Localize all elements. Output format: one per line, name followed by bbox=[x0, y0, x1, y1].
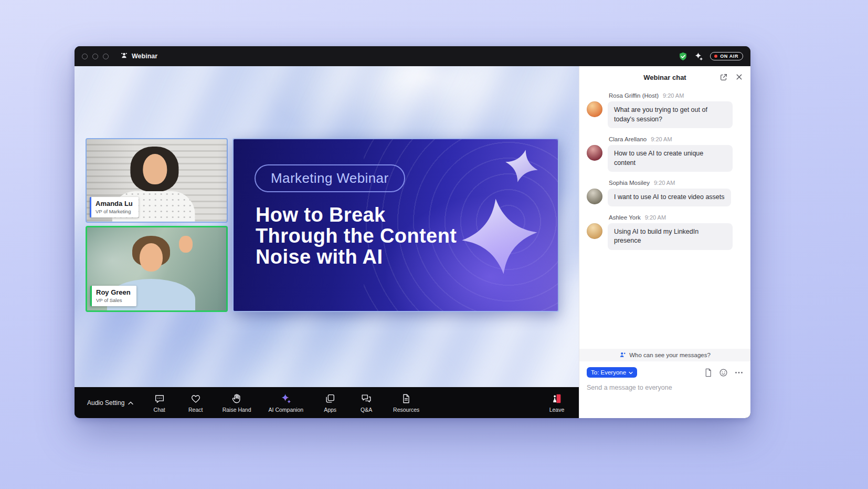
chat-message: Rosa Griffin (Host) 9:20 AM What are you… bbox=[587, 92, 742, 128]
message-sender: Sophia Mosiley bbox=[609, 180, 650, 186]
participant-name: Roy Green bbox=[96, 288, 131, 296]
resources-button[interactable]: Resources bbox=[393, 393, 419, 413]
toolbar-center: Chat React Raise Hand bbox=[150, 393, 420, 413]
slide-title-line: Noise with AI bbox=[256, 246, 457, 267]
chat-message: Sophia Mosiley 9:20 AM I want to use AI … bbox=[587, 180, 742, 206]
window-minimize-button[interactable] bbox=[92, 54, 98, 59]
message-time: 9:20 AM bbox=[663, 92, 684, 99]
chat-message: Clara Arellano 9:20 AM How to use AI to … bbox=[587, 136, 742, 172]
message-bubble: What are you trying to get out of today'… bbox=[608, 101, 733, 128]
message-input[interactable] bbox=[587, 384, 743, 391]
message-time: 9:20 AM bbox=[651, 136, 672, 142]
on-air-badge: ON AIR bbox=[710, 52, 743, 60]
audio-setting-label: Audio Setting bbox=[87, 399, 124, 407]
participant-name: Amanda Lu bbox=[96, 200, 133, 207]
message-sender: Ashlee York bbox=[609, 214, 641, 221]
window-close-button[interactable] bbox=[82, 54, 88, 59]
leave-button[interactable]: Leave bbox=[547, 393, 566, 413]
ai-sparkle-icon bbox=[280, 393, 292, 404]
chat-header: Webinar chat bbox=[579, 66, 750, 88]
message-sender: Rosa Griffin (Host) bbox=[609, 92, 659, 99]
document-icon bbox=[400, 393, 412, 404]
emoji-icon[interactable] bbox=[719, 368, 728, 377]
recipient-label: To: Everyone bbox=[591, 369, 626, 376]
chat-button[interactable]: Chat bbox=[150, 393, 169, 413]
meeting-toolbar: Audio Setting Chat bbox=[75, 387, 579, 418]
message-time: 9:20 AM bbox=[654, 180, 675, 186]
on-air-dot bbox=[714, 55, 717, 58]
message-bubble: I want to use AI to create video assets bbox=[608, 189, 731, 206]
attach-file-icon[interactable] bbox=[704, 368, 712, 377]
titlebar-right: ON AIR bbox=[679, 52, 743, 61]
window-zoom-button[interactable] bbox=[103, 54, 109, 59]
react-button[interactable]: React bbox=[186, 393, 205, 413]
chevron-down-icon bbox=[629, 369, 633, 376]
slide-title-line: Through the Content bbox=[256, 225, 457, 246]
visibility-notice: Who can see your messages? bbox=[579, 349, 750, 361]
qa-button[interactable]: Q&A bbox=[357, 393, 376, 413]
participant-tile-roy[interactable]: Roy Green VP of Sales bbox=[86, 226, 228, 312]
participant-role: VP of Sales bbox=[96, 297, 131, 303]
avatar bbox=[587, 189, 602, 204]
pop-out-icon[interactable] bbox=[719, 73, 728, 81]
security-shield-icon[interactable] bbox=[679, 52, 687, 61]
raised-hand-icon bbox=[231, 393, 242, 404]
chat-bubble-icon bbox=[154, 393, 165, 404]
slide-title-line: How to Break bbox=[256, 204, 457, 225]
ai-sparkle-icon[interactable] bbox=[694, 52, 703, 61]
message-bubble: Using AI to build my LinkedIn presence bbox=[608, 223, 733, 250]
more-options-icon[interactable] bbox=[735, 371, 743, 374]
app-title: Webinar bbox=[132, 53, 157, 60]
message-sender: Clara Arellano bbox=[609, 136, 647, 142]
raise-hand-button[interactable]: Raise Hand bbox=[223, 393, 251, 413]
message-time: 9:20 AM bbox=[645, 214, 666, 221]
slide-badge: Marketing Webinar bbox=[255, 164, 405, 192]
close-icon[interactable] bbox=[735, 73, 743, 81]
person-icon bbox=[619, 351, 626, 359]
chat-message: Ashlee York 9:20 AM Using AI to build my… bbox=[587, 214, 742, 250]
avatar bbox=[587, 145, 602, 161]
ai-companion-button[interactable]: AI Companion bbox=[269, 393, 304, 413]
apps-icon bbox=[324, 393, 336, 404]
compose-area: To: Everyone bbox=[579, 361, 750, 418]
audio-setting-button[interactable]: Audio Setting bbox=[87, 399, 133, 407]
heart-icon bbox=[190, 393, 202, 404]
slide-title: How to Break Through the Content Noise w… bbox=[256, 204, 457, 267]
message-bubble: How to use AI to create unique content bbox=[608, 145, 733, 172]
video-stage: Amanda Lu VP of Marketing Roy Green VP o… bbox=[75, 66, 579, 387]
apps-button[interactable]: Apps bbox=[321, 393, 340, 413]
webinar-window: Webinar ON AIR bbox=[75, 46, 750, 418]
participant-tile-amanda[interactable]: Amanda Lu VP of Marketing bbox=[86, 138, 228, 223]
recipient-selector[interactable]: To: Everyone bbox=[587, 367, 637, 378]
window-controls bbox=[82, 54, 109, 59]
leave-door-icon bbox=[551, 393, 563, 404]
avatar bbox=[587, 223, 602, 239]
participant-name-card: Roy Green VP of Sales bbox=[90, 286, 136, 306]
title-group: Webinar bbox=[120, 51, 157, 61]
presentation-slide: Marketing Webinar How to Break Through t… bbox=[232, 138, 559, 312]
chevron-up-icon bbox=[128, 399, 133, 407]
visibility-notice-text: Who can see your messages? bbox=[629, 352, 711, 358]
qa-bubbles-icon bbox=[361, 393, 372, 404]
webinar-icon bbox=[120, 51, 128, 61]
avatar bbox=[587, 101, 602, 117]
participant-role: VP of Marketing bbox=[96, 209, 133, 214]
on-air-label: ON AIR bbox=[720, 54, 738, 59]
chat-panel: Webinar chat Rosa Griffin (Host) bbox=[579, 66, 750, 418]
chat-message-list[interactable]: Rosa Griffin (Host) 9:20 AM What are you… bbox=[579, 88, 750, 349]
participant-name-card: Amanda Lu VP of Marketing bbox=[90, 197, 139, 217]
titlebar: Webinar ON AIR bbox=[75, 46, 750, 66]
